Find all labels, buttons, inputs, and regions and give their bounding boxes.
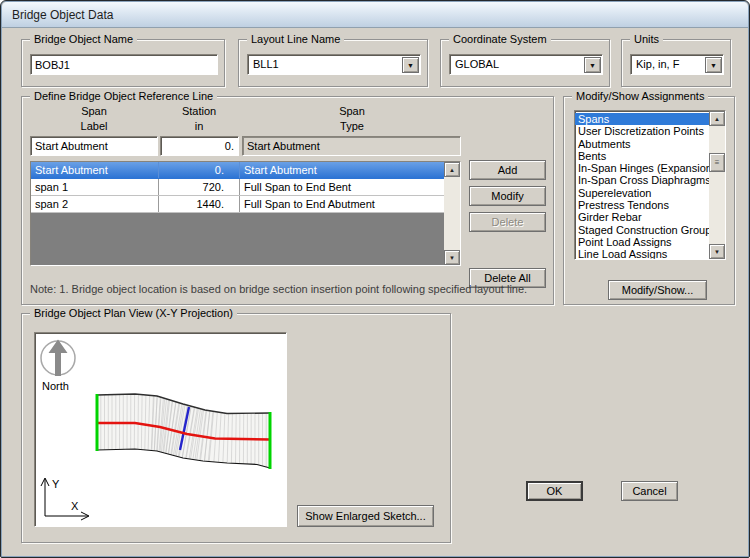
list-item[interactable]: Line Load Assigns <box>575 248 709 259</box>
axis-x-label: X <box>71 500 79 512</box>
units-value: Kip, in, F <box>631 55 704 74</box>
list-item[interactable]: Staged Construction Groups <box>575 224 709 236</box>
assignments-group: Modify/Show Assignments Spans User Discr… <box>563 96 735 305</box>
layout-line-name-label: Layout Line Name <box>247 32 344 46</box>
edit-span-label-input[interactable] <box>30 136 158 156</box>
list-item[interactable]: In-Span Cross Diaphragms <box>575 174 709 186</box>
assignments-list: Spans User Discretization Points Abutmen… <box>574 110 726 260</box>
reference-line-group-label: Define Bridge Object Reference Line <box>30 89 217 103</box>
modify-show-button[interactable]: Modify/Show... <box>608 280 707 300</box>
bridge-object-data-dialog: Bridge Object Data Bridge Object Name La… <box>0 0 750 558</box>
scroll-up-icon[interactable]: ▲ <box>709 111 725 126</box>
edit-station-input[interactable] <box>160 136 239 156</box>
modify-button[interactable]: Modify <box>469 186 546 206</box>
edit-span-type-field: Start Abutment <box>242 136 461 156</box>
table-row[interactable]: span 2 1440. Full Span to End Abutment <box>31 196 444 213</box>
plan-view-group-label: Bridge Object Plan View (X-Y Projection) <box>30 306 237 320</box>
assignments-group-label: Modify/Show Assignments <box>572 89 708 103</box>
list-item[interactable]: Point Load Assigns <box>575 236 709 248</box>
north-label: North <box>42 380 69 392</box>
axis-y-label: Y <box>52 478 60 490</box>
list-item[interactable]: User Discretization Points <box>575 125 709 137</box>
units-select[interactable]: Kip, in, F ▼ <box>630 54 724 75</box>
table-scrollbar[interactable]: ▲ ▼ <box>444 162 460 265</box>
layout-line-name-value: BLL1 <box>248 55 401 74</box>
list-item[interactable]: In-Span Hinges (Expansion Jt <box>575 162 709 174</box>
units-label: Units <box>630 32 663 46</box>
title-bar[interactable]: Bridge Object Data <box>2 2 748 28</box>
plan-view-group: Bridge Object Plan View (X-Y Projection) <box>21 313 451 543</box>
coordinate-system-value: GLOBAL <box>450 55 583 74</box>
assignments-scrollbar[interactable]: ▲ ≡ ▼ <box>709 111 725 259</box>
bridge-object-name-group: Bridge Object Name <box>21 39 225 87</box>
chevron-down-icon[interactable]: ▼ <box>705 57 722 73</box>
coordinate-system-select[interactable]: GLOBAL ▼ <box>449 54 603 75</box>
list-item[interactable]: Bents <box>575 150 709 162</box>
scroll-down-icon[interactable]: ▼ <box>444 250 460 265</box>
units-group: Units Kip, in, F ▼ <box>621 39 731 87</box>
bridge-object-name-input[interactable] <box>30 54 218 75</box>
scroll-up-icon[interactable]: ▲ <box>444 162 460 177</box>
list-item[interactable]: Girder Rebar <box>575 211 709 223</box>
delete-button: Delete <box>469 212 546 232</box>
table-row[interactable]: span 1 720. Full Span to End Bent <box>31 179 444 196</box>
north-compass-icon <box>41 340 75 377</box>
reference-line-group: Define Bridge Object Reference Line Span… <box>21 96 554 305</box>
scroll-down-icon[interactable]: ▼ <box>709 244 725 259</box>
coordinate-system-group: Coordinate System GLOBAL ▼ <box>440 39 610 87</box>
coordinate-system-label: Coordinate System <box>449 32 551 46</box>
list-item[interactable]: Abutments <box>575 138 709 150</box>
column-header-span-label: SpanLabel <box>30 104 158 134</box>
bridge-object-name-label: Bridge Object Name <box>30 32 137 46</box>
list-item[interactable]: Prestress Tendons <box>575 199 709 211</box>
layout-line-name-group: Layout Line Name BLL1 ▼ <box>238 39 428 87</box>
chevron-down-icon[interactable]: ▼ <box>584 57 601 73</box>
column-header-station: Stationin <box>160 104 238 134</box>
list-item[interactable]: Spans <box>575 113 709 125</box>
reference-line-table: Start Abutment 0. Start Abutment span 1 … <box>30 161 461 266</box>
list-item[interactable]: Superelevation <box>575 187 709 199</box>
xy-axis-icon <box>41 478 89 520</box>
column-header-span-type: SpanType <box>242 104 462 134</box>
cancel-button[interactable]: Cancel <box>621 481 678 501</box>
dialog-content: Bridge Object Name Layout Line Name BLL1… <box>3 29 747 555</box>
plan-view-panel: North Y X <box>34 332 287 527</box>
chevron-down-icon[interactable]: ▼ <box>402 57 419 73</box>
show-enlarged-sketch-button[interactable]: Show Enlarged Sketch... <box>297 505 434 527</box>
reference-line-note: Note: 1. Bridge object location is based… <box>30 283 527 295</box>
layout-line-name-select[interactable]: BLL1 ▼ <box>247 54 421 75</box>
ok-button[interactable]: OK <box>526 481 583 501</box>
bridge-plan-sketch: North Y X <box>35 333 284 524</box>
add-button[interactable]: Add <box>469 160 546 180</box>
table-row[interactable]: Start Abutment 0. Start Abutment <box>31 162 444 179</box>
window-title: Bridge Object Data <box>12 8 113 22</box>
scrollbar-thumb[interactable]: ≡ <box>709 153 725 172</box>
